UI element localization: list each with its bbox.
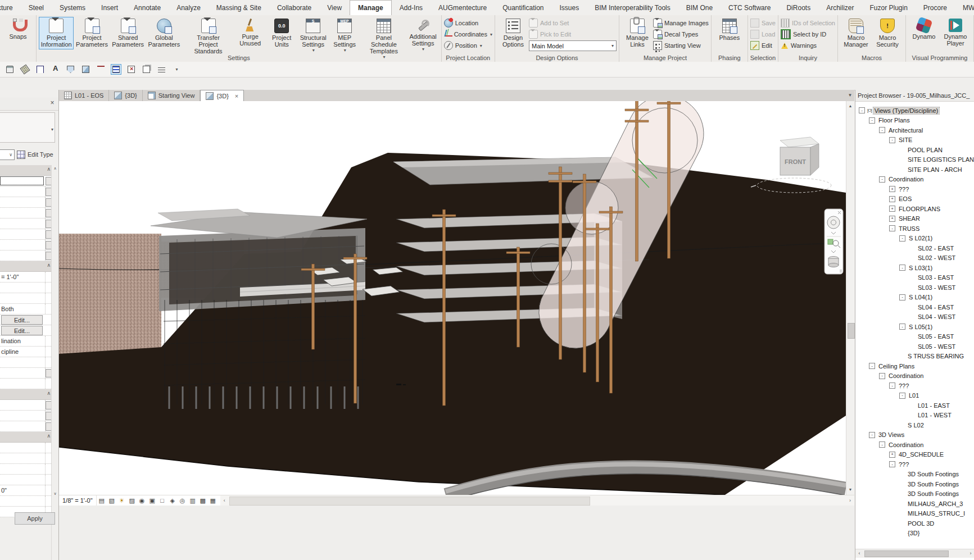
default-3d-view-icon[interactable] [80, 64, 91, 75]
tree-item-label[interactable]: 3D South Footings [907, 481, 960, 488]
tree-item-pool-plan[interactable]: POOL PLAN [855, 145, 974, 155]
starting-view-button[interactable]: Starting View [653, 40, 709, 51]
chevron-down-icon[interactable]: ▾ [490, 32, 492, 37]
tree-item-l01-west[interactable]: L01 - WEST [855, 411, 974, 421]
scroll-left-icon[interactable]: ‹ [220, 495, 229, 506]
tree-item-label[interactable]: POOL PLAN [907, 147, 944, 153]
location-button[interactable]: Location [444, 18, 492, 28]
project-units-button[interactable]: 0.0Project Units [266, 17, 297, 49]
scroll-up-icon[interactable]: ∧ [52, 165, 58, 172]
tree-item-label[interactable]: SL02 - WEST [917, 254, 957, 261]
ribbon-tab-bim-interoperability-tools[interactable]: BIM Interoperability Tools [587, 0, 678, 15]
ribbon-tab-issues[interactable]: Issues [552, 0, 587, 15]
ribbon-tab-massing-site[interactable]: Massing & Site [209, 0, 269, 15]
project-parameters-button[interactable]: Project Parameters [74, 17, 110, 49]
shared-parameters-button[interactable]: Shared Parameters [110, 17, 146, 49]
temporary-view-properties-icon[interactable]: ▩ [198, 496, 208, 506]
collapse-icon[interactable]: - [889, 137, 895, 143]
ribbon-tab-mwf-pro-suite[interactable]: MWF Pro Suite [955, 0, 974, 15]
tree-item-label[interactable]: Ceiling Plans [877, 363, 916, 370]
tree-item-label[interactable]: SITE [898, 136, 913, 143]
scroll-up-icon[interactable]: ▲ [846, 102, 854, 110]
3d-scene[interactable]: FRONT [59, 101, 846, 495]
tree-item-label[interactable]: SL05 - WEST [917, 343, 957, 350]
apply-button[interactable]: Apply [15, 512, 55, 525]
dynamo-player-button[interactable]: Dynamo Player [940, 17, 971, 48]
close-icon[interactable]: × [48, 99, 57, 108]
schedule-icon[interactable] [111, 64, 121, 75]
tree-item-sl05-east[interactable]: SL05 - EAST [855, 332, 974, 342]
ribbon-tab-collaborate[interactable]: Collaborate [269, 0, 319, 15]
tree-item-label[interactable]: MILHAUS_ARCH_3 [907, 500, 964, 507]
save-button[interactable]: Save [750, 18, 776, 28]
warnings-button[interactable]: Warnings [781, 40, 835, 51]
chevron-down-icon[interactable]: ▾ [312, 48, 315, 53]
collapse-icon[interactable]: - [889, 461, 895, 467]
tree-item-label[interactable]: FLOORPLANS [898, 206, 941, 212]
tree-item-label[interactable]: SHEAR [898, 215, 921, 222]
tree-item-label[interactable]: L01 - WEST [917, 412, 953, 418]
tree-item-eos[interactable]: +EOS [855, 194, 974, 204]
tree-item-label[interactable]: SL04 - WEST [917, 313, 957, 320]
collapse-icon[interactable]: - [899, 393, 905, 399]
scroll-right-icon[interactable]: › [846, 495, 854, 506]
chevron-down-icon[interactable]: ▾ [480, 43, 482, 48]
dynamo-button[interactable]: Dynamo [908, 17, 940, 42]
tree-item-label[interactable]: S L03(1) [908, 265, 934, 271]
tag-icon[interactable] [65, 64, 76, 75]
tree-item-milhaus-struc-i[interactable]: MILHAUS_STRUC_I [855, 509, 974, 519]
ribbon-tab-structure[interactable]: Structure [0, 0, 21, 15]
tree-item-[interactable]: -??? [855, 381, 974, 391]
tree-item-sl04-east[interactable]: SL04 - EAST [855, 302, 974, 312]
measure-icon[interactable] [20, 64, 30, 75]
tree-item-sl04-west[interactable]: SL04 - WEST [855, 312, 974, 322]
edit-button[interactable]: Edit... [1, 326, 43, 335]
tree-item-3d-south-footings[interactable]: 3D South Footings [855, 470, 974, 480]
coordinates-button[interactable]: Coordinates▾ [444, 29, 492, 39]
collapse-icon[interactable]: - [899, 294, 905, 301]
ribbon-tab-analyze[interactable]: Analyze [169, 0, 209, 15]
expand-icon[interactable]: + [889, 216, 895, 222]
tree-item-label[interactable]: TRUSS [898, 225, 921, 232]
property-section-header[interactable] [0, 432, 52, 443]
view-tab-l01-eos[interactable]: L01 - EOS [59, 90, 109, 101]
tree-item-s-l03-1[interactable]: -S L03(1) [855, 263, 974, 273]
collapse-icon[interactable]: - [899, 324, 905, 330]
property-section-header[interactable] [0, 165, 52, 176]
active-design-option-select[interactable]: Main Model▾ [529, 40, 617, 51]
viewcube-front-face[interactable]: FRONT [785, 158, 806, 165]
properties-scrollbar[interactable]: ∧ ∨ [51, 165, 58, 560]
manage-links-button[interactable]: Manage Links [622, 17, 653, 49]
tree-item-s-l04-1[interactable]: -S L04(1) [855, 293, 974, 303]
tree-item-l01-east[interactable]: L01 - EAST [855, 400, 974, 411]
ribbon-tab-quantification[interactable]: Quantification [495, 0, 551, 15]
tree-item-coordination[interactable]: -Coordination [855, 440, 974, 450]
ribbon-tab-ctc-software[interactable]: CTC Software [721, 0, 778, 15]
mep-settings-button[interactable]: MEPMEP Settings▾ [329, 17, 360, 54]
ribbon-tab-add-ins[interactable]: Add-Ins [392, 0, 431, 15]
tree-item-label[interactable]: Floor Plans [877, 117, 911, 124]
view-tab-3d[interactable]: {3D}× [200, 90, 244, 101]
scroll-down-icon[interactable]: ∨ [52, 490, 58, 497]
tree-item-label[interactable]: Views (Type/Discipline) [873, 107, 940, 114]
collapse-icon[interactable]: - [869, 432, 875, 438]
tree-item-sl05-west[interactable]: SL05 - WEST [855, 342, 974, 352]
global-parameters-button[interactable]: Global Parameters [146, 17, 182, 49]
scroll-down-icon[interactable]: ▼ [846, 486, 854, 494]
shadows-icon[interactable]: ▨ [127, 496, 137, 506]
ribbon-tab-manage[interactable]: Manage [350, 0, 392, 15]
project-information-button[interactable]: Project Information [39, 17, 74, 49]
phases-button[interactable]: Phases [714, 17, 745, 43]
transfer-project-standards-button[interactable]: Transfer Project Standards [182, 17, 234, 56]
position-button[interactable]: Position▾ [444, 40, 492, 51]
show-rendering-icon[interactable]: ◉ [137, 496, 147, 506]
property-section-header[interactable] [0, 261, 52, 272]
tree-item-label[interactable]: MILHAUS_STRUC_I [907, 510, 966, 517]
tree-item-[interactable]: -??? [855, 459, 974, 470]
tree-item-label[interactable]: ??? [898, 461, 910, 468]
displace-elements-icon[interactable]: ▦ [208, 496, 218, 506]
customize-icon[interactable]: ▾ [171, 64, 182, 75]
scroll-right-icon[interactable]: › [967, 549, 974, 557]
tree-item-label[interactable]: L01 - EAST [917, 402, 951, 409]
tree-item-site-logistics-plan[interactable]: SITE LOGISTICS PLAN [855, 155, 974, 165]
